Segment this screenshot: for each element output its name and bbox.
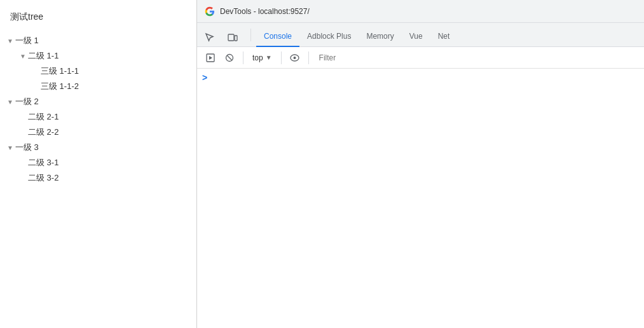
tree-arrow — [5, 142, 15, 153]
toolbar-divider-2 — [281, 51, 282, 64]
devtools-titlebar: DevTools - localhost:9527/ — [197, 0, 644, 23]
tab-console[interactable]: Console — [256, 27, 299, 47]
tree-item-l3-1-1-1[interactable]: 三级 1-1-1 — [0, 64, 196, 79]
tree-item-l1-3[interactable]: 一级 3 — [0, 140, 196, 155]
tree-arrow — [18, 158, 28, 168]
tab-memory[interactable]: Memory — [359, 27, 401, 47]
console-prompt: > — [202, 72, 207, 83]
toolbar-divider — [243, 51, 243, 64]
tree-item-l2-2-2[interactable]: 二级 2-2 — [0, 125, 196, 140]
tree-arrow — [18, 127, 28, 137]
play-btn[interactable] — [202, 50, 219, 66]
tree-arrow — [5, 36, 15, 46]
panel-title: 测试tree — [0, 6, 196, 33]
tree-arrow — [5, 97, 15, 107]
tab-separator — [250, 29, 251, 41]
devtools-tabs: Console Adblock Plus Memory Vue Net — [197, 23, 644, 47]
tree-item-l1-2[interactable]: 一级 2 — [0, 94, 196, 109]
tree-arrow — [31, 81, 41, 92]
context-label: top — [252, 53, 263, 62]
clear-btn[interactable] — [221, 50, 238, 66]
tree-label: 三级 1-1-1 — [41, 65, 79, 77]
svg-rect-0 — [228, 34, 234, 41]
svg-line-5 — [227, 55, 232, 60]
right-panel: DevTools - localhost:9527/ Console Adblo… — [197, 0, 644, 328]
console-prompt-line: > — [197, 71, 644, 84]
device-toggle-btn[interactable] — [223, 29, 243, 46]
svg-marker-3 — [209, 56, 212, 60]
context-selector[interactable]: top ▼ — [249, 52, 276, 64]
tree-label: 二级 3-1 — [28, 157, 58, 168]
tree-label: 二级 2-2 — [28, 126, 58, 138]
preserve-log-icon — [206, 53, 215, 62]
tree-label: 二级 3-2 — [28, 172, 58, 184]
devtools-title: DevTools - localhost:9527/ — [220, 7, 310, 16]
eye-btn[interactable] — [287, 50, 303, 66]
tree-item-l2-3-2[interactable]: 二级 3-2 — [0, 170, 196, 186]
console-output[interactable]: > — [197, 69, 644, 328]
tree-container: 一级 1二级 1-1三级 1-1-1三级 1-1-2一级 2二级 2-1二级 2… — [0, 33, 196, 192]
tree-item-l2-3-1[interactable]: 二级 3-1 — [0, 155, 196, 170]
cursor-icon-btn[interactable] — [200, 29, 220, 46]
tree-label: 二级 2-1 — [28, 111, 58, 123]
tab-vue[interactable]: Vue — [402, 27, 430, 47]
tree-item-l2-2-1[interactable]: 二级 2-1 — [0, 109, 196, 125]
tree-arrow — [18, 112, 28, 122]
tree-item-l1-1[interactable]: 一级 1 — [0, 33, 196, 48]
tree-item-l3-1-1-2[interactable]: 三级 1-1-2 — [0, 79, 196, 94]
context-arrow: ▼ — [266, 54, 272, 61]
left-panel: 测试tree 一级 1二级 1-1三级 1-1-1三级 1-1-2一级 2二级 … — [0, 0, 197, 328]
toolbar-divider-3 — [308, 51, 309, 64]
prohibit-icon — [225, 53, 234, 62]
eye-icon — [290, 54, 299, 62]
tree-item-l2-1-1[interactable]: 二级 1-1 — [0, 48, 196, 64]
tree-label: 一级 3 — [15, 142, 39, 153]
tree-arrow — [31, 66, 41, 76]
svg-rect-1 — [235, 36, 237, 41]
svg-point-7 — [294, 57, 296, 59]
tree-label: 一级 2 — [15, 96, 39, 107]
tree-label: 一级 1 — [15, 35, 39, 46]
tree-label: 三级 1-1-2 — [41, 81, 79, 92]
tab-adblock[interactable]: Adblock Plus — [299, 27, 359, 47]
tab-net[interactable]: Net — [430, 27, 458, 47]
tree-arrow — [18, 51, 28, 61]
console-toolbar: top ▼ — [197, 47, 644, 69]
cursor-icon — [205, 32, 215, 43]
device-icon — [228, 32, 238, 43]
filter-input[interactable] — [314, 51, 639, 65]
google-favicon — [205, 6, 215, 17]
tree-label: 二级 1-1 — [28, 50, 58, 62]
tree-arrow — [18, 173, 28, 183]
